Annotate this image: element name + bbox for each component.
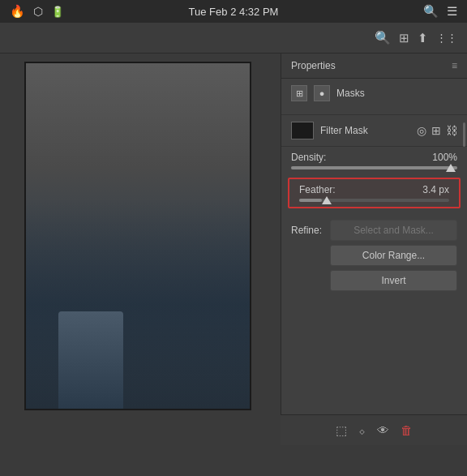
zoom-tool-icon[interactable]: 🔍: [375, 30, 391, 45]
density-slider-fill: [291, 166, 457, 169]
search-icon[interactable]: 🔍: [423, 4, 439, 19]
image-figure: [58, 311, 123, 409]
canvas-area: [0, 54, 281, 445]
masks-header: ⊞ ● Masks: [291, 85, 457, 101]
vector-mask-icon[interactable]: ●: [314, 85, 330, 101]
visibility-icon[interactable]: 👁: [377, 423, 389, 437]
menubar-center: Tue Feb 2 4:32 PM: [189, 6, 279, 18]
feather-slider-fill: [299, 199, 322, 202]
list-icon[interactable]: ☰: [447, 4, 457, 19]
mask-mode-icon[interactable]: ◎: [417, 124, 426, 137]
filter-mask-icons: ◎ ⊞ ⛓: [417, 124, 457, 137]
filter-mask-row: Filter Mask ◎ ⊞ ⛓: [281, 115, 467, 147]
panel-header: Properties ≡: [281, 54, 467, 79]
density-slider-track[interactable]: [291, 166, 457, 169]
panel-menu-icon[interactable]: ≡: [452, 60, 457, 71]
menubar-right: 🔍 ☰: [423, 4, 457, 19]
density-row: Density: 100%: [281, 147, 467, 174]
image-content: [26, 63, 250, 409]
density-slider-thumb: [446, 164, 456, 172]
battery-icon: 🔋: [51, 6, 64, 18]
filter-mask-left: Filter Mask: [291, 122, 368, 139]
density-label: Density:: [291, 152, 326, 163]
flame-icon: 🔥: [10, 4, 25, 19]
share-icon[interactable]: ⬆: [418, 31, 428, 45]
mask-link-icon[interactable]: ⛓: [446, 124, 457, 137]
masks-section: ⊞ ● Masks: [281, 79, 467, 115]
panel-title: Properties: [291, 60, 336, 71]
trash-icon[interactable]: 🗑: [401, 423, 413, 437]
masks-label: Masks: [336, 88, 365, 99]
filter-mask-label: Filter Mask: [320, 125, 368, 136]
image-frame: [24, 62, 251, 410]
color-range-button[interactable]: Color Range...: [330, 245, 457, 266]
shield-icon: ⬡: [33, 5, 43, 18]
refine-label: Refine:: [291, 220, 330, 236]
menubar-time: Tue Feb 2 4:32 PM: [189, 6, 279, 18]
density-value: 100%: [432, 152, 457, 163]
refine-section: Refine: Select and Mask... Color Range..…: [281, 212, 467, 303]
feather-slider-thumb: [322, 196, 332, 204]
mask-apply-icon[interactable]: ⊞: [431, 124, 441, 137]
feather-label: Feather:: [299, 184, 336, 195]
pixel-mask-icon[interactable]: ⊞: [291, 85, 307, 101]
panel-more-icon[interactable]: ⋮⋮: [436, 32, 457, 44]
scroll-indicator: [463, 122, 465, 147]
menubar: 🔥 ⬡ 🔋 Tue Feb 2 4:32 PM 🔍 ☰: [0, 0, 467, 23]
main-area: Properties ≡ ⊞ ● Masks Filter Mask ◎ ⊞ ⛓: [0, 54, 467, 445]
menubar-left: 🔥 ⬡ 🔋: [10, 4, 64, 19]
properties-panel: Properties ≡ ⊞ ● Masks Filter Mask ◎ ⊞ ⛓: [281, 54, 467, 445]
feather-value: 3.4 px: [422, 184, 449, 195]
app-toolbar: 🔍 ⊞ ⬆ ⋮⋮: [0, 23, 467, 54]
selection-tool-icon[interactable]: ⬚: [336, 423, 347, 438]
select-and-mask-button[interactable]: Select and Mask...: [330, 220, 457, 241]
feather-slider-track[interactable]: [299, 199, 449, 202]
bottom-toolbar: ⬚ ⬦ 👁 🗑: [281, 414, 467, 445]
feather-row: Feather: 3.4 px: [288, 178, 461, 208]
layout-icon[interactable]: ⊞: [399, 31, 409, 45]
refine-tool-icon[interactable]: ⬦: [358, 423, 366, 437]
invert-button[interactable]: Invert: [330, 270, 457, 291]
mask-thumbnail[interactable]: [291, 122, 314, 139]
